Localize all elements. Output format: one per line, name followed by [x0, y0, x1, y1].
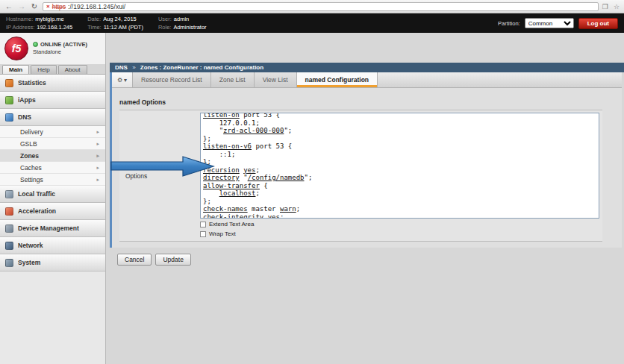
sidebar-item-caches[interactable]: Caches ▸ — [0, 162, 105, 174]
form-buttons: Cancel Update — [117, 254, 624, 266]
sidebar-item-label: Acceleration — [18, 207, 56, 215]
local-traffic-icon — [5, 190, 13, 198]
sidebar-item-local-traffic[interactable]: Local Traffic — [0, 186, 105, 203]
tab-about[interactable]: About — [58, 65, 87, 74]
role-value: Administrator — [173, 24, 206, 31]
sidebar-item-label: iApps — [18, 96, 36, 104]
iapps-icon — [5, 96, 13, 104]
sidebar-item-zones[interactable]: Zones ▸ — [0, 150, 105, 162]
partition-label: Partition: — [498, 20, 520, 27]
ip-value: 192.168.1.245 — [37, 24, 72, 31]
content-top-spacer — [110, 33, 624, 63]
sidebar-item-statistics[interactable]: Statistics — [0, 75, 105, 92]
tab-view-list[interactable]: View List — [255, 72, 297, 87]
hostname-label: Hostname: — [6, 16, 33, 22]
tab-options-button[interactable]: ⚙ ▾ — [112, 72, 133, 87]
statistics-icon — [5, 79, 13, 87]
page-icon[interactable]: ❐ — [602, 3, 608, 10]
wrap-text-row: Wrap Text — [200, 230, 599, 238]
acceleration-icon — [5, 207, 13, 216]
chevron-right-icon: ▸ — [96, 177, 99, 183]
user-value: admin — [174, 16, 189, 22]
sidebar-item-label: Device Management — [18, 225, 79, 232]
chrome-actions: ❐ ☆ — [602, 3, 620, 10]
sidebar-item-settings[interactable]: Settings ▸ — [0, 174, 105, 186]
breadcrumb-path: Zones : ZoneRunner : named Configuration — [140, 64, 263, 71]
gear-icon: ⚙ — [117, 77, 122, 84]
chevron-down-icon: ▾ — [124, 77, 127, 84]
time-value: 11:12 AM (PDT) — [104, 24, 143, 31]
extend-textarea-label: Extend Text Area — [209, 221, 254, 228]
status-state: ONLINE (ACTIVE) — [40, 41, 87, 48]
device-status: ONLINE (ACTIVE) Standalone — [33, 41, 87, 56]
submenu-item-label: Zones — [20, 152, 39, 160]
bookmark-star-icon[interactable]: ☆ — [614, 3, 620, 10]
user-label: User: — [158, 16, 172, 22]
wrap-text-checkbox[interactable] — [200, 231, 206, 237]
cancel-button[interactable]: Cancel — [117, 254, 152, 266]
tab-main[interactable]: Main — [2, 65, 29, 74]
device-management-icon — [5, 225, 13, 233]
update-button[interactable]: Update — [155, 254, 190, 266]
top-bar: Hostname:mybigip.me IP Address:192.168.1… — [0, 13, 624, 33]
f5-logo: f5 — [4, 37, 28, 60]
time-label: Time: — [87, 24, 101, 31]
submenu-item-label: GSLB — [20, 140, 37, 148]
tab-named-configuration[interactable]: named Configuration — [297, 72, 378, 87]
back-icon[interactable]: ← — [4, 2, 13, 10]
hostname-ip-group: Hostname:mybigip.me IP Address:192.168.1… — [6, 16, 72, 31]
tab-resource-record-list[interactable]: Resource Record List — [133, 72, 211, 87]
sidebar-tabs: Main Help About — [0, 64, 105, 75]
sidebar-item-network[interactable]: Network — [0, 237, 105, 254]
named-config-editor[interactable]: listen-on port 53 { 127.0.0.1; "zrd-acl-… — [200, 113, 599, 219]
tab-help[interactable]: Help — [31, 65, 56, 74]
breadcrumb-separator: » — [132, 64, 135, 71]
logout-button[interactable]: Log out — [578, 18, 618, 29]
main-row: f5 ONLINE (ACTIVE) Standalone Main Help … — [0, 33, 624, 364]
url-bar[interactable]: × https ://192.168.1.245/xui/ — [43, 2, 599, 11]
partition-select[interactable]: Common — [525, 18, 574, 28]
sidebar-item-system[interactable]: System — [0, 254, 105, 272]
sidebar-item-delivery[interactable]: Delivery ▸ — [0, 126, 105, 138]
sidebar-item-label: Local Traffic — [18, 190, 55, 198]
system-info: Hostname:mybigip.me IP Address:192.168.1… — [6, 16, 207, 31]
sidebar-item-label: Statistics — [18, 79, 46, 87]
ssl-error-icon: × — [46, 3, 50, 10]
sidebar-item-acceleration[interactable]: Acceleration — [0, 203, 105, 220]
extend-textarea-row: Extend Text Area — [200, 220, 599, 228]
dns-icon — [5, 113, 13, 122]
sidebar-item-label: DNS — [18, 113, 31, 121]
section-title: named Options — [119, 98, 602, 106]
dns-submenu: Delivery ▸ GSLB ▸ Zones ▸ Caches ▸ — [0, 126, 105, 186]
role-label: Role: — [158, 24, 172, 31]
top-bar-right: Partition: Common Log out — [498, 18, 618, 29]
submenu-item-label: Settings — [20, 176, 43, 183]
url-protocol: https — [52, 3, 66, 10]
chevron-right-icon: ▸ — [96, 153, 99, 159]
content-tabstrip: ⚙ ▾ Resource Record List Zone List View … — [112, 72, 622, 88]
sidebar-item-label: System — [18, 259, 40, 266]
date-time-group: Date:Aug 24, 2015 Time:11:12 AM (PDT) — [87, 16, 143, 31]
network-icon — [5, 242, 13, 250]
sidebar-item-device-management[interactable]: Device Management — [0, 220, 105, 237]
sidebar-item-iapps[interactable]: iApps — [0, 92, 105, 109]
browser-chrome: ← → ↻ × https ://192.168.1.245/xui/ ❐ ☆ — [0, 0, 624, 13]
date-value: Aug 24, 2015 — [103, 16, 137, 22]
forward-icon[interactable]: → — [17, 2, 26, 10]
sidebar-item-gslb[interactable]: GSLB ▸ — [0, 138, 105, 150]
tab-zone-list[interactable]: Zone List — [211, 72, 255, 87]
submenu-item-label: Caches — [20, 164, 42, 172]
extend-textarea-checkbox[interactable] — [200, 222, 206, 228]
sidebar-menu: Statistics iApps DNS Delivery ▸ GSL — [0, 75, 105, 364]
content-area: DNS » Zones : ZoneRunner : named Configu… — [106, 33, 624, 364]
breadcrumb: DNS » Zones : ZoneRunner : named Configu… — [110, 63, 624, 72]
breadcrumb-section: DNS — [115, 64, 128, 71]
sidebar-item-dns[interactable]: DNS — [0, 109, 105, 126]
refresh-icon[interactable]: ↻ — [30, 2, 39, 10]
sidebar: f5 ONLINE (ACTIVE) Standalone Main Help … — [0, 33, 106, 364]
options-row: Options listen-on port 53 { 127.0.0.1; "… — [119, 110, 602, 242]
url-text: ://192.168.1.245/xui/ — [68, 3, 125, 10]
options-field: listen-on port 53 { 127.0.0.1; "zrd-acl-… — [200, 110, 602, 241]
named-options-form: named Options Options listen-on port 53 … — [112, 88, 622, 242]
status-mode: Standalone — [33, 48, 87, 56]
